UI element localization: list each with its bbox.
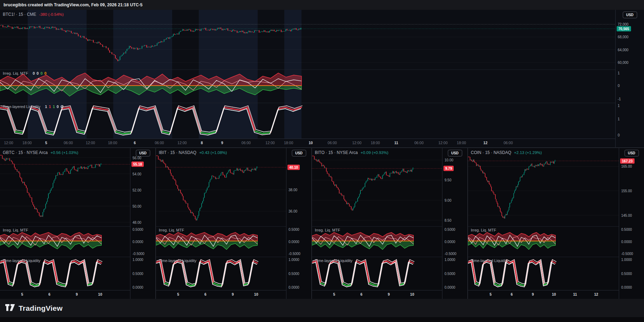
indicator-tick-label: 0.0000 [445, 286, 455, 289]
symbol-title[interactable]: BITO · 15 · NYSE Arca [315, 150, 358, 155]
time-label: 10 [410, 292, 414, 296]
time-label: 9 [532, 292, 534, 296]
indicator-tick-label: 0.0000 [133, 286, 143, 289]
irregular-liquidity-plot [0, 70, 615, 103]
irregular-liquidity-pane[interactable]: Irreg. Liq. MTF [468, 226, 619, 257]
tradingview-logo-icon[interactable] [5, 304, 15, 313]
time-label: 11 [394, 141, 398, 145]
price-axis[interactable]: USD 165.00155.00145.000.50000.0000-0.500… [619, 148, 644, 299]
indicator-legend: Irreg. Liq. MTF [159, 228, 187, 232]
time-label: 12:00 [265, 141, 274, 145]
indicator-tick-label: 1.0000 [133, 257, 143, 261]
time-label: 9 [232, 292, 234, 296]
currency-toggle-button[interactable]: USD [623, 12, 637, 18]
time-axis[interactable]: 56910 [0, 290, 130, 299]
time-axis[interactable]: 56910 [156, 290, 286, 299]
irregular-liquidity-pane[interactable]: Irreg. Liq. MTF [156, 226, 286, 257]
price-tick-label: 52.00 [133, 188, 141, 192]
price-pane[interactable]: BTC1! · 15 · CME -380 (-0.54%) [0, 10, 615, 69]
symbol-title[interactable]: BTC1! · 15 · CME [3, 12, 36, 17]
indicator-title[interactable]: Irreg. Liq. MTF [159, 228, 184, 232]
time-label: 10 [98, 292, 102, 296]
price-tick-label: 165.00 [621, 165, 632, 168]
time-layered-liquidity-pane[interactable]: Time-layered Liquidity [468, 257, 619, 290]
price-tick-label: 9.00 [445, 198, 451, 202]
mini-chart-coin: COIN · 15 · NASDAQ +2.13 (+1.29%) Irreg.… [468, 148, 644, 299]
time-layered-liquidity-pane[interactable]: Time-layered Liquidity 1110Ø [0, 103, 615, 139]
indicator-tick-label: 0.0000 [133, 240, 143, 243]
time-label: 06:00 [155, 141, 164, 145]
indicator-title[interactable]: Time-layered Liquidity [315, 259, 352, 263]
indicator-value: 1 [49, 105, 51, 109]
currency-toggle-button[interactable]: USD [136, 150, 150, 156]
symbol-legend: BITO · 15 · NYSE Arca +0.09 (+0.93%) [315, 150, 388, 155]
tradingview-wordmark[interactable]: TradingView [19, 304, 63, 313]
price-axis[interactable]: USD 56.0054.0052.0050.0048.000.50000.000… [130, 148, 155, 299]
symbol-change: +2.13 (+1.29%) [514, 150, 542, 155]
time-label: 5 [45, 141, 47, 145]
price-axis[interactable]: USD 38.0036.000.50000.0000-0.50001.00000… [286, 148, 311, 299]
indicator-tick-label: 0.5000 [289, 271, 299, 275]
time-label: 6 [134, 141, 136, 145]
indicator-title[interactable]: Time-layered Liquidity [159, 259, 196, 263]
time-layered-liquidity-pane[interactable]: Time-layered Liquidity [0, 257, 130, 290]
indicator-value: 0 [40, 71, 42, 75]
time-label: 6 [48, 292, 50, 296]
symbol-change: -380 (-0.54%) [39, 12, 63, 16]
irregular-liquidity-pane[interactable]: Irreg. Liq. MTF 0000 [0, 69, 615, 103]
time-label: 10 [309, 141, 313, 145]
indicator-tick-label: 0.0000 [621, 240, 632, 243]
indicator-tick-label: 0.5000 [445, 227, 455, 231]
indicator-title[interactable]: Irreg. Liq. MTF [471, 228, 496, 232]
indicator-title[interactable]: Time-layered Liquidity [3, 105, 40, 109]
indicator-tick-label: 1.0000 [289, 257, 299, 261]
candlestick-plot [0, 148, 130, 226]
time-label: 06:00 [328, 141, 337, 145]
indicator-title[interactable]: Time-layered Liquidity [3, 259, 40, 263]
indicator-tick-label: 1.0000 [621, 257, 632, 261]
time-axis[interactable]: 56910 [312, 290, 442, 299]
symbol-title[interactable]: IBIT · 15 · NASDAQ [159, 150, 196, 155]
time-label: 9 [388, 292, 390, 296]
indicator-tick-label: 1 [618, 71, 620, 75]
time-label: 5 [333, 292, 335, 296]
indicator-title[interactable]: Irreg. Liq. MTF [3, 71, 28, 75]
currency-toggle-button[interactable]: USD [448, 150, 462, 156]
indicator-tick-label: 1.0000 [445, 257, 455, 261]
indicator-legend: Irreg. Liq. MTF [315, 228, 343, 232]
price-pane[interactable]: BITO · 15 · NYSE Arca +0.09 (+0.93%) [312, 148, 442, 226]
irregular-liquidity-pane[interactable]: Irreg. Liq. MTF [0, 226, 130, 257]
time-layered-liquidity-pane[interactable]: Time-layered Liquidity [156, 257, 286, 290]
mini-chart-ibit: IBIT · 15 · NASDAQ +0.43 (+1.08%) Irreg.… [156, 148, 311, 299]
indicator-title[interactable]: Irreg. Liq. MTF [3, 228, 28, 232]
candlestick-plot [468, 148, 619, 226]
time-axis[interactable]: 569101112 [468, 290, 619, 299]
price-tick-label: 50.00 [133, 204, 141, 208]
irregular-liquidity-pane[interactable]: Irreg. Liq. MTF [312, 226, 442, 257]
price-axis[interactable]: USD 72,00068,00064,00060,00010-111070,56… [615, 10, 644, 147]
price-pane[interactable]: COIN · 15 · NASDAQ +2.13 (+1.29%) [468, 148, 619, 226]
indicator-title[interactable]: Irreg. Liq. MTF [315, 228, 340, 232]
indicator-value: 0 [45, 71, 47, 75]
symbol-title[interactable]: COIN · 15 · NASDAQ [471, 150, 511, 155]
indicator-tick-label: -0.5000 [621, 252, 633, 256]
indicator-title[interactable]: Time-layered Liquidity [471, 259, 508, 263]
currency-toggle-button[interactable]: USD [292, 150, 306, 156]
price-axis[interactable]: USD 10.009.509.008.500.50000.0000-0.5000… [442, 148, 467, 299]
symbol-change: +0.43 (+1.08%) [199, 150, 227, 155]
price-tick-label: 155.00 [621, 189, 632, 193]
price-pane[interactable]: IBIT · 15 · NASDAQ +0.43 (+1.08%) [156, 148, 286, 226]
indicator-legend: Time-layered Liquidity [471, 259, 511, 263]
symbol-title[interactable]: GBTC · 15 · NYSE Arca [3, 150, 48, 155]
price-tick-label: 48.00 [133, 220, 141, 224]
price-tick-label: 145.00 [621, 213, 632, 217]
time-label: 9 [221, 141, 223, 145]
candlestick-plot [312, 148, 442, 226]
price-tick-label: 68,000 [618, 35, 629, 39]
price-pane[interactable]: GBTC · 15 · NYSE Arca +0.56 (+1.03%) [0, 148, 130, 226]
currency-toggle-button[interactable]: USD [624, 150, 639, 156]
time-label: 18:00 [457, 141, 466, 145]
indicator-tick-label: 1 [618, 117, 620, 121]
time-axis[interactable]: 12:0018:00506:0012:0018:00606:0012:00890… [0, 139, 615, 147]
time-layered-liquidity-pane[interactable]: Time-layered Liquidity [312, 257, 442, 290]
